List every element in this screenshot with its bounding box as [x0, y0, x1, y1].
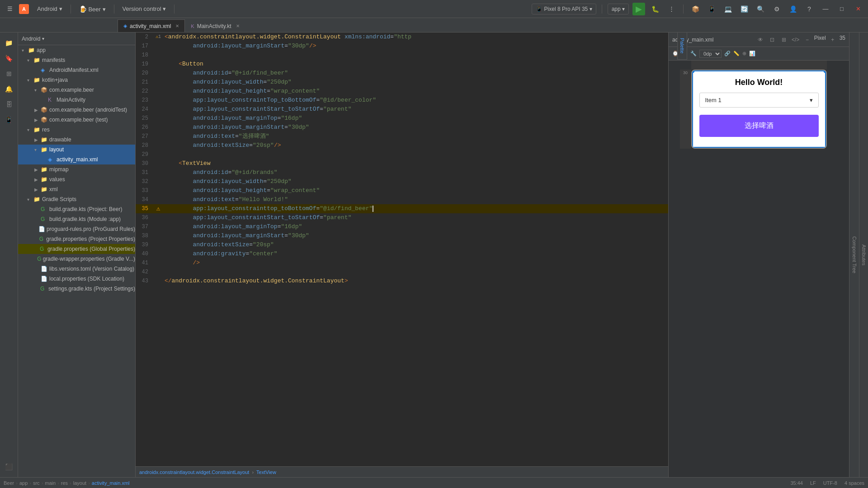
tree-local-props[interactable]: 📄 local.properties (SDK Location) [18, 274, 135, 284]
sdk-manager-icon[interactable]: 📦 [689, 3, 702, 15]
palette-tab[interactable]: Palette [678, 33, 687, 60]
tree-drawable[interactable]: ▶ 📁 drawable [18, 135, 135, 145]
tree-settings-gradle[interactable]: G settings.gradle.kts (Project Settings) [18, 284, 135, 294]
tree-item-label: mipmap [49, 166, 69, 173]
tree-gradle-props-project[interactable]: G gradle.properties (Project Properties) [18, 234, 135, 244]
tree-item-label: layout [49, 146, 64, 153]
folder-icon: 📁 [33, 57, 41, 63]
preview-toolbar-icon7[interactable]: 📊 [749, 51, 755, 56]
line-number: 33 [136, 186, 154, 195]
preview-split-icon[interactable]: ⊞ [779, 35, 789, 45]
maximize-icon[interactable]: □ [835, 3, 848, 15]
status-app[interactable]: app [19, 480, 28, 486]
run-button[interactable]: ▶ [632, 3, 645, 15]
tree-kotlin-java[interactable]: ▾ 📁 kotlin+java [18, 75, 135, 85]
code-line-37: 37 android:layout_marginTop="16dp" [136, 222, 668, 231]
account-icon[interactable]: 👤 [787, 3, 799, 15]
status-layout[interactable]: layout [73, 480, 86, 486]
tree-layout[interactable]: ▾ 📁 layout [18, 145, 135, 155]
tree-proguard[interactable]: 📄 proguard-rules.pro (ProGuard Rules) [18, 224, 135, 234]
line-number: 25 [136, 114, 154, 123]
preview-toolbar-icon3[interactable]: 🔧 [690, 51, 697, 56]
tree-res[interactable]: ▾ 📁 res [18, 125, 135, 135]
kt-file-icon: K [191, 23, 194, 29]
tree-gradle-wrapper[interactable]: G gradle-wrapper.properties (Gradle V...… [18, 254, 135, 264]
bookmark-btn[interactable]: 🔖 [2, 52, 16, 65]
preview-toolbar-icon5[interactable]: 📏 [733, 51, 740, 56]
menu-beer[interactable]: 🍺 Beer ▾ [75, 4, 109, 14]
component-tree-sidebar[interactable]: Component Tree [849, 33, 859, 477]
tree-item-label: libs.versions.toml (Version Catalog) [49, 266, 134, 272]
project-dropdown-icon: ▾ [59, 5, 62, 12]
settings-icon[interactable]: ⚙ [770, 3, 783, 15]
hamburger-icon[interactable]: ☰ [4, 3, 16, 15]
database-btn[interactable]: 🗄 [2, 98, 16, 111]
tree-item-label: MainActivity [57, 97, 85, 103]
tree-gradle-props-global[interactable]: G gradle.properties (Global Properties) [18, 244, 135, 254]
tab-close-xml[interactable]: ✕ [175, 23, 179, 28]
sync-icon[interactable]: 🔄 [738, 3, 750, 15]
project-selector[interactable]: Android ▾ [33, 4, 66, 14]
tree-libs-versions[interactable]: 📄 libs.versions.toml (Version Catalog) [18, 264, 135, 274]
tree-app[interactable]: ▾ 📁 app [18, 45, 135, 55]
module-selector[interactable]: app ▾ [608, 4, 629, 14]
debug-button[interactable]: 🐛 [649, 3, 661, 15]
preview-zoom-in-icon[interactable]: + [828, 35, 838, 45]
tree-androidtest[interactable]: ▶ 📦 com.example.beer (androidTest) [18, 105, 135, 115]
preview-spinner[interactable]: Item 1 ▾ [699, 93, 819, 108]
version-control-menu[interactable]: Version control ▾ [119, 4, 170, 14]
notification-btn[interactable]: 🔔 [2, 82, 16, 96]
code-editor[interactable]: 2 ⚠ 1 <androidx.constraintlayout.widget.… [136, 33, 668, 477]
tree-activity-main-xml[interactable]: ◈ activity_main.xml [18, 155, 135, 164]
more-options-button[interactable]: ⋮ [665, 3, 678, 15]
tab-close-kt[interactable]: ✕ [236, 23, 240, 28]
tab-activity-main-xml[interactable]: ◈ activity_main.xml ✕ [118, 19, 185, 32]
device-selector[interactable]: 📱 Pixel 8 Pro API 35 ▾ [532, 4, 596, 14]
preview-eye-icon[interactable]: 👁 [755, 35, 765, 45]
attributes-sidebar[interactable]: Attributes [859, 33, 868, 477]
close-icon[interactable]: ✕ [852, 3, 864, 15]
tree-mipmap[interactable]: ▶ 📁 mipmap [18, 164, 135, 174]
preview-zoom-out-icon[interactable]: − [802, 35, 812, 45]
tree-test[interactable]: ▶ 📦 com.example.beer (test) [18, 115, 135, 125]
tree-item-label: app [37, 47, 46, 53]
search-icon[interactable]: 🔍 [754, 3, 767, 15]
preview-button[interactable]: 选择啤酒 [699, 115, 819, 137]
tree-values[interactable]: ▶ 📁 values [18, 174, 135, 184]
help-icon[interactable]: ? [803, 3, 816, 15]
tree-mainactivity[interactable]: K MainActivity [18, 95, 135, 105]
code-area[interactable]: 2 ⚠ 1 <androidx.constraintlayout.widget.… [136, 33, 668, 466]
tree-gradle-scripts[interactable]: ▾ 📁 Gradle Scripts [18, 194, 135, 204]
preview-layout-icon[interactable]: ⊡ [767, 35, 777, 45]
tree-com-example-beer[interactable]: ▾ 📦 com.example.beer [18, 85, 135, 95]
status-main[interactable]: main [45, 480, 56, 486]
avd-manager-icon[interactable]: 📱 [705, 3, 718, 15]
minimize-icon[interactable]: — [819, 3, 832, 15]
preview-toolbar-icon6[interactable]: ⊕ [742, 51, 746, 56]
tab-main-activity-kt[interactable]: K MainActivity.kt ✕ [185, 19, 245, 32]
line-number: 40 [136, 249, 154, 258]
status-beer[interactable]: Beer [4, 480, 14, 486]
tree-xml[interactable]: ▶ 📁 xml [18, 184, 135, 194]
tree-build-gradle-app[interactable]: G build.gradle.kts (Module :app) [18, 214, 135, 224]
status-src[interactable]: src [33, 480, 40, 486]
separator-5 [683, 5, 684, 14]
margin-select[interactable]: 0dp [699, 50, 722, 58]
line-content: app:layout_constrainttop_toBottomOf="@id… [163, 204, 668, 213]
preview-toolbar-icon4[interactable]: 🔗 [724, 51, 731, 56]
tree-build-gradle-project[interactable]: G build.gradle.kts (Project: Beer) [18, 204, 135, 214]
status-filename[interactable]: activity_main.xml [92, 480, 130, 486]
preview-code-icon[interactable]: </> [791, 35, 801, 45]
project-tool-btn[interactable]: 📁 [2, 36, 16, 50]
tree-manifests[interactable]: ▾ 📁 manifests [18, 55, 135, 65]
emulator-btn[interactable]: 📱 [2, 113, 16, 127]
status-res[interactable]: res [61, 480, 68, 486]
device-manager-icon[interactable]: 💻 [722, 3, 734, 15]
breadcrumb-constraint-layout[interactable]: androidx.constraintlayout.widget.Constra… [139, 469, 249, 475]
terminal-btn[interactable]: ⬛ [2, 460, 16, 474]
structure-btn[interactable]: ⊞ [2, 67, 16, 80]
tree-item-label: values [49, 176, 65, 183]
line-content: android:layout_height="wrap_content" [163, 186, 668, 195]
breadcrumb-textview[interactable]: TextView [256, 469, 276, 475]
tree-androidmanifest[interactable]: ◈ AndroidManifest.xml [18, 65, 135, 75]
